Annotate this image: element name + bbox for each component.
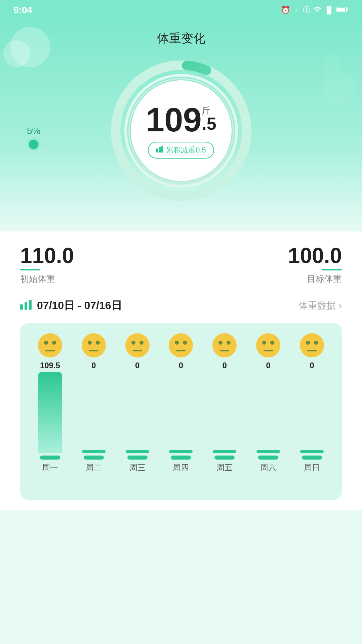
weight-display: 109 斤 .5 (146, 103, 216, 136)
chart-bar-icon (156, 146, 163, 155)
day-label-2: 周三 (129, 462, 146, 473)
target-weight-value: 100.0 (288, 245, 342, 266)
bar-pill-3 (171, 456, 191, 460)
svg-rect-12 (29, 300, 32, 310)
gauge-inner: 109 斤 .5 累积减重0.5 (131, 80, 232, 181)
emoji-face-3 (169, 333, 193, 357)
target-weight-label: 目标体重 (307, 273, 342, 285)
percentage-dot (29, 140, 38, 149)
day-weight-0: 109.5 (40, 361, 60, 370)
weight-data-label: 体重数据 (298, 299, 336, 312)
day-label-5: 周六 (260, 462, 276, 473)
bar-pill-0 (40, 456, 60, 460)
initial-weight-label: 初始体重 (20, 273, 74, 285)
day-label-4: 周五 (216, 462, 233, 473)
date-range-text: 07/10日 - 07/16日 (37, 298, 122, 313)
bar-wrapper-0: 周一 (30, 372, 70, 473)
page-title: 体重变化 (0, 20, 362, 53)
bottom-area (0, 510, 362, 577)
bar-5 (256, 450, 280, 453)
weight-decimal-unit: 斤 .5 (202, 103, 216, 132)
date-range-left: 07/10日 - 07/16日 (20, 298, 122, 313)
cumulative-badge: 累积减重0.5 (148, 142, 214, 159)
chevron-right-icon: › (339, 300, 342, 311)
day-weight-4: 0 (223, 361, 227, 370)
bar-pill-4 (214, 456, 235, 460)
target-weight-underline (322, 269, 342, 270)
bar-6 (300, 450, 324, 453)
bluetooth-icon: ﹡ (293, 5, 300, 15)
bar-wrapper-4: 周五 (204, 450, 245, 473)
svg-rect-1 (337, 8, 345, 11)
weight-decimal: .5 (202, 115, 216, 132)
day-weight-2: 0 (135, 361, 139, 370)
bar-wrapper-2: 周三 (117, 450, 158, 473)
gauge-wrapper: 109 斤 .5 累积减重0.5 (111, 60, 252, 201)
status-bar: 9:04 ⏰ ﹡ ⓣ ▐▌ (0, 0, 362, 20)
gauge-section: 5% (0, 53, 362, 211)
day-col-5: 0 (248, 333, 288, 372)
battery-icon (336, 6, 349, 14)
day-col-1: 0 (74, 333, 114, 372)
day-col-3: 0 (161, 333, 201, 372)
percentage-text: 5% (27, 126, 40, 136)
bar-wrapper-6: 周日 (292, 450, 332, 473)
bar-1 (82, 450, 106, 453)
bar-wrapper-5: 周六 (248, 450, 288, 473)
alarm-icon: ⏰ (281, 6, 290, 14)
day-label-0: 周一 (42, 462, 58, 473)
nfc-icon: ⓣ (303, 5, 310, 15)
emoji-face-1 (82, 333, 106, 357)
initial-weight-underline (20, 269, 40, 270)
initial-weight-value: 110.0 (20, 245, 74, 266)
bar-pill-6 (302, 456, 322, 460)
day-label-3: 周四 (173, 462, 189, 473)
svg-rect-10 (20, 304, 23, 310)
day-weight-5: 0 (266, 361, 270, 370)
bar-3 (169, 450, 193, 453)
stats-section: 110.0 初始体重 100.0 目标体重 07/10日 - 07/16日 体重… (0, 231, 362, 510)
svg-rect-2 (347, 8, 348, 10)
day-weight-3: 0 (179, 361, 183, 370)
emoji-face-2 (125, 333, 150, 357)
bar-wrapper-3: 周四 (161, 450, 201, 473)
svg-rect-11 (25, 302, 27, 310)
emoji-face-4 (212, 333, 237, 357)
bar-4 (213, 450, 236, 453)
bar-pill-5 (258, 456, 278, 460)
svg-rect-8 (159, 147, 161, 153)
emoji-face-6 (300, 333, 324, 357)
chart-icon (20, 300, 32, 312)
cumulative-label: 累积减重0.5 (166, 145, 206, 155)
svg-rect-9 (161, 146, 163, 153)
emoji-face-5 (256, 333, 280, 357)
day-weight-6: 0 (310, 361, 314, 370)
emoji-face-0 (38, 333, 62, 357)
day-col-0: 109.5 (30, 333, 70, 372)
wifi-icon (313, 6, 322, 14)
bar-chart-area: 周一周二周三周四周五周六周日 (28, 376, 334, 490)
initial-weight-stat: 110.0 初始体重 (20, 245, 74, 285)
weight-data-link[interactable]: 体重数据 › (298, 299, 342, 312)
top-section: 体重变化 5% (0, 20, 362, 231)
bar-2 (126, 450, 149, 453)
day-col-6: 0 (292, 333, 332, 372)
day-label-1: 周二 (86, 462, 102, 473)
chart-card: 109.5000000 周一周二周三周四周五周六周日 (20, 323, 342, 500)
target-weight-stat: 100.0 目标体重 (288, 245, 342, 285)
day-label-6: 周日 (304, 462, 320, 473)
signal-icon: ▐▌ (324, 6, 334, 14)
weight-number: 109 (146, 103, 202, 136)
emoji-row: 109.5000000 (28, 333, 334, 372)
status-icons: ⏰ ﹡ ⓣ ▐▌ (281, 5, 349, 15)
bar-wrapper-1: 周二 (74, 450, 114, 473)
svg-rect-7 (156, 148, 158, 153)
percentage-label: 5% (27, 126, 40, 149)
bar-pill-1 (84, 456, 104, 460)
bar-0 (38, 372, 62, 453)
date-range-row[interactable]: 07/10日 - 07/16日 体重数据 › (20, 298, 342, 313)
day-weight-1: 0 (91, 361, 96, 370)
bar-pill-2 (127, 456, 148, 460)
weight-stats: 110.0 初始体重 100.0 目标体重 (20, 245, 342, 285)
day-col-2: 0 (117, 333, 158, 372)
